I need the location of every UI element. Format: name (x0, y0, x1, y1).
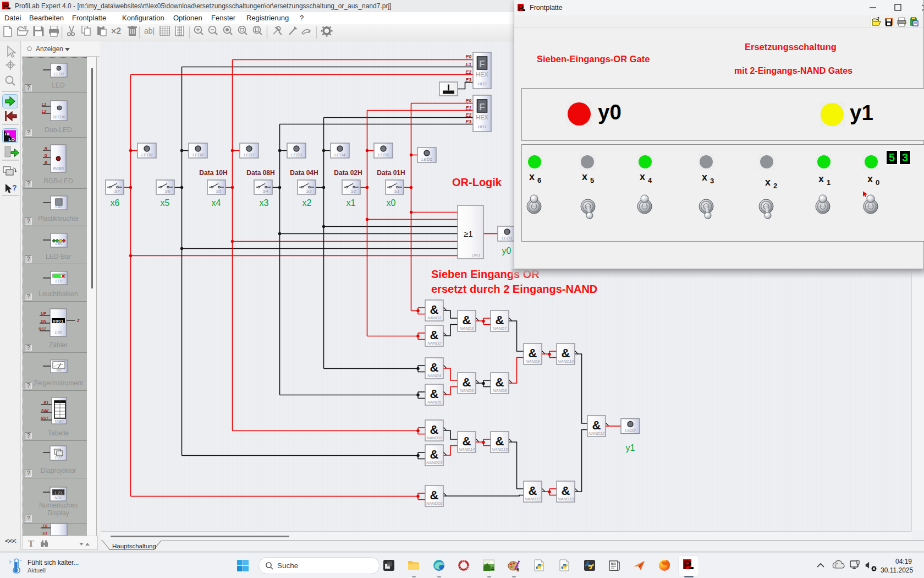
svg-text:S1: S1 (394, 189, 400, 194)
svg-text:Add: Add (40, 408, 48, 412)
svg-text:LA0: LA0 (56, 205, 63, 209)
svg-text:LED3: LED3 (291, 152, 302, 157)
svg-text:F: F (479, 102, 485, 112)
svg-text:OR-Logik: OR-Logik (452, 176, 502, 188)
svg-text:NAND1: NAND1 (427, 315, 441, 320)
svg-text:TAB0: TAB0 (54, 419, 64, 423)
svg-text:ab|: ab| (144, 26, 155, 35)
svg-text:S2: S2 (351, 189, 356, 194)
svg-text:NAND17: NAND17 (525, 497, 541, 501)
svg-text:Hauptschaltung: Hauptschaltung (112, 543, 156, 549)
svg-text:E2: E2 (466, 112, 472, 118)
svg-text:&: & (430, 387, 439, 401)
svg-text:HEX: HEX (476, 71, 488, 78)
svg-text:NAND10: NAND10 (558, 359, 574, 364)
svg-text:E3: E3 (466, 77, 472, 83)
svg-text:E1: E1 (42, 531, 47, 535)
svg-text:y0: y0 (502, 246, 512, 255)
svg-text:RST: RST (41, 416, 49, 420)
svg-text:Data 08H: Data 08H (246, 169, 274, 177)
svg-text:Data 10H: Data 10H (199, 169, 227, 177)
svg-text:M0: M0 (56, 368, 61, 372)
svg-text:&: & (430, 303, 439, 317)
svg-text:LE0: LE0 (56, 279, 63, 283)
svg-text:x1: x1 (346, 198, 356, 208)
svg-text:Data 02H: Data 02H (334, 169, 362, 177)
svg-text:&: & (430, 448, 439, 461)
svg-text:&: & (430, 488, 439, 502)
svg-text:NAND16: NAND16 (426, 501, 443, 506)
svg-text:&: & (562, 346, 570, 360)
svg-text:x4: x4 (212, 198, 221, 208)
svg-text:C00: C00 (55, 330, 62, 334)
svg-text:NAND4: NAND4 (427, 373, 441, 378)
svg-text:E2: E2 (466, 69, 472, 75)
svg-text:DN: DN (41, 319, 47, 323)
svg-text:LED5: LED5 (421, 157, 433, 162)
svg-text:OR1: OR1 (472, 253, 480, 258)
svg-text:&: & (463, 375, 471, 389)
svg-text:E0: E0 (42, 524, 47, 528)
svg-text:E1: E1 (466, 62, 472, 67)
svg-text:RST: RST (38, 327, 47, 331)
svg-text:&: & (529, 484, 537, 498)
svg-text:x3: x3 (260, 198, 269, 208)
svg-text:LED1: LED1 (502, 236, 513, 241)
svg-text:E1: E1 (466, 105, 472, 111)
svg-text:E0: E0 (466, 54, 472, 59)
svg-text:NAND6: NAND6 (460, 388, 474, 393)
svg-text:&: & (430, 361, 439, 374)
svg-text:&: & (463, 434, 471, 448)
svg-text:x0: x0 (387, 198, 396, 208)
svg-text:1.23: 1.23 (54, 490, 63, 495)
svg-text:x6: x6 (111, 198, 120, 208)
svg-text:HEX: HEX (476, 114, 488, 121)
svg-text:E1: E1 (43, 401, 48, 405)
svg-text:S5: S5 (216, 189, 222, 194)
svg-text:NAND2: NAND2 (427, 341, 441, 346)
svg-text:&: & (529, 346, 537, 360)
svg-text:&: & (496, 375, 504, 389)
svg-text:HD2: HD2 (477, 81, 487, 86)
svg-text:S7: S7 (114, 189, 120, 194)
svg-text:G: G (45, 154, 48, 157)
svg-text:ersetzt durch 2 Eingangs-NAND: ersetzt durch 2 Eingangs-NAND (431, 283, 597, 295)
svg-text:E0: E0 (466, 98, 472, 103)
svg-text:4: 4 (491, 566, 494, 571)
svg-text:NAND12: NAND12 (588, 431, 604, 436)
svg-text:L1: L1 (42, 102, 46, 106)
svg-text:&: & (430, 423, 439, 437)
svg-text:&: & (430, 328, 439, 342)
svg-text:Z: Z (76, 319, 80, 323)
svg-text:NAND9: NAND9 (526, 359, 540, 364)
svg-text:S3: S3 (306, 189, 312, 194)
svg-text:&: & (496, 313, 504, 327)
svg-text:LED6: LED6 (378, 152, 389, 157)
svg-text:B: B (45, 161, 47, 165)
svg-text:×2: ×2 (111, 26, 121, 36)
svg-text:HD1: HD1 (477, 124, 486, 129)
svg-text:&: & (496, 434, 504, 448)
svg-text:ND0: ND0 (54, 496, 62, 500)
svg-text:NAND7: NAND7 (493, 326, 507, 331)
svg-text:LED7: LED7 (244, 152, 255, 157)
svg-text:NAND5: NAND5 (427, 400, 442, 405)
svg-text:S4: S4 (263, 189, 268, 194)
svg-text:&: & (592, 418, 601, 432)
svg-text:y1: y1 (626, 443, 635, 452)
svg-text:NAND11: NAND11 (426, 435, 442, 440)
svg-text:LED0: LED0 (54, 72, 64, 76)
svg-text:Data 04H: Data 04H (290, 169, 318, 177)
svg-text:x2: x2 (302, 198, 312, 208)
svg-text:LB0: LB0 (56, 242, 63, 246)
svg-text:DLED0: DLED0 (53, 115, 65, 119)
svg-text:0001: 0001 (53, 319, 64, 324)
svg-text:LED4: LED4 (334, 152, 346, 157)
svg-text:NAND13: NAND13 (426, 460, 443, 465)
svg-text:LED8: LED8 (193, 152, 204, 157)
svg-text:≥1: ≥1 (464, 229, 473, 238)
svg-text:&: & (562, 484, 570, 498)
svg-text:NAND18: NAND18 (558, 497, 574, 501)
svg-text:S6: S6 (165, 189, 170, 194)
svg-text:UP: UP (41, 312, 46, 315)
